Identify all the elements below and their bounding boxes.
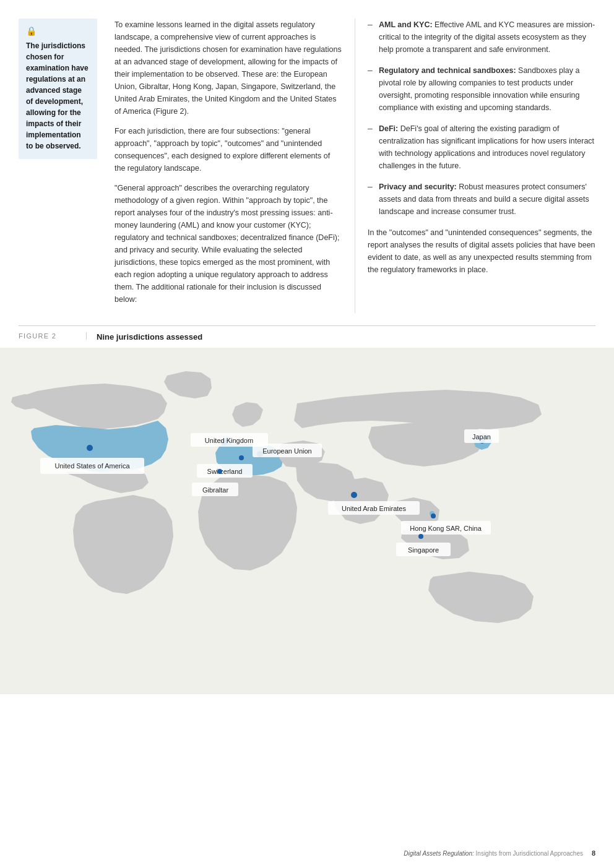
figure-label: FIGURE 2 bbox=[19, 332, 87, 340]
para-2: For each jurisdiction, there are four su… bbox=[115, 125, 342, 174]
bullet-dash-3: – bbox=[368, 122, 379, 133]
switzerland-dot bbox=[239, 455, 244, 460]
uae-label: United Arab Emirates bbox=[342, 505, 406, 512]
col-right: – AML and KYC: Effective AML and KYC mea… bbox=[355, 19, 595, 313]
bullet-dash-4: – bbox=[368, 181, 379, 191]
singapore-dot bbox=[418, 534, 423, 539]
uk-label: United Kingdom bbox=[205, 437, 253, 444]
bullet-item-defi: – DeFi: DeFi's goal of altering the exis… bbox=[368, 122, 595, 172]
bullet-text-defi: DeFi's goal of altering the existing par… bbox=[379, 124, 594, 170]
para-1: To examine lessons learned in the digita… bbox=[115, 19, 342, 118]
switzerland-label: Switzerland bbox=[207, 468, 243, 475]
closing-para: In the "outcomes" and "unintended conseq… bbox=[368, 226, 595, 276]
world-map-svg: United States of America United Kingdom … bbox=[0, 348, 614, 694]
usa-dot bbox=[87, 445, 93, 451]
japan-label: Japan bbox=[472, 433, 491, 440]
gibraltar-dot bbox=[217, 469, 222, 474]
page: 🔒 The jurisdictions chosen for examinati… bbox=[0, 0, 614, 868]
uae-dot bbox=[351, 492, 357, 498]
highlight-box: 🔒 The jurisdictions chosen for examinati… bbox=[19, 19, 97, 159]
map-container: United States of America United Kingdom … bbox=[0, 342, 614, 868]
footer-title: Digital Assets Regulation: bbox=[404, 850, 474, 857]
col-left: To examine lessons learned in the digita… bbox=[108, 19, 355, 313]
sidebar-highlight: 🔒 The jurisdictions chosen for examinati… bbox=[19, 19, 108, 313]
top-section: 🔒 The jurisdictions chosen for examinati… bbox=[0, 0, 614, 313]
bullet-content-sandboxes: Regulatory and technical sandboxes: Sand… bbox=[379, 64, 595, 114]
main-columns: To examine lessons learned in the digita… bbox=[108, 19, 595, 313]
hk-label: Hong Kong SAR, China bbox=[410, 525, 482, 532]
bullet-title-privacy: Privacy and security: bbox=[379, 183, 457, 191]
bullet-content-defi: DeFi: DeFi's goal of altering the existi… bbox=[379, 122, 595, 172]
figure-section: FIGURE 2 Nine jurisdictions assessed bbox=[19, 325, 595, 342]
footer: Digital Assets Regulation: Insights from… bbox=[404, 849, 595, 857]
bullet-item-sandboxes: – Regulatory and technical sandboxes: Sa… bbox=[368, 64, 595, 114]
figure-title: Nine jurisdictions assessed bbox=[87, 332, 202, 342]
footer-subtitle: Insights from Jurisdictional Approaches bbox=[476, 850, 583, 857]
bullet-dash-1: – bbox=[368, 19, 379, 29]
page-number: 8 bbox=[592, 849, 595, 857]
bullet-content-aml: AML and KYC: Effective AML and KYC measu… bbox=[379, 19, 595, 56]
bullet-item-privacy: – Privacy and security: Robust measures … bbox=[368, 181, 595, 218]
bullet-list: – AML and KYC: Effective AML and KYC mea… bbox=[368, 19, 595, 218]
bullet-dash-2: – bbox=[368, 64, 379, 75]
bullet-title-defi: DeFi: bbox=[379, 124, 398, 133]
para-3: "General approach" describes the overarc… bbox=[115, 182, 342, 306]
lock-icon: 🔒 bbox=[26, 26, 90, 37]
hk-dot bbox=[431, 513, 436, 518]
highlight-text: The jurisdictions chosen for examination… bbox=[26, 40, 90, 152]
bullet-title-sandboxes: Regulatory and technical sandboxes: bbox=[379, 66, 516, 75]
bullet-content-privacy: Privacy and security: Robust measures pr… bbox=[379, 181, 595, 218]
bullet-title-aml: AML and KYC: bbox=[379, 20, 433, 29]
singapore-label: Singapore bbox=[408, 546, 439, 554]
highlight-strong: The jurisdictions chosen for examination… bbox=[26, 41, 89, 150]
bullet-item-aml: – AML and KYC: Effective AML and KYC mea… bbox=[368, 19, 595, 56]
usa-label: United States of America bbox=[54, 462, 130, 470]
eu-label: European Union bbox=[262, 447, 312, 455]
gibraltar-label: Gibraltar bbox=[202, 486, 229, 494]
